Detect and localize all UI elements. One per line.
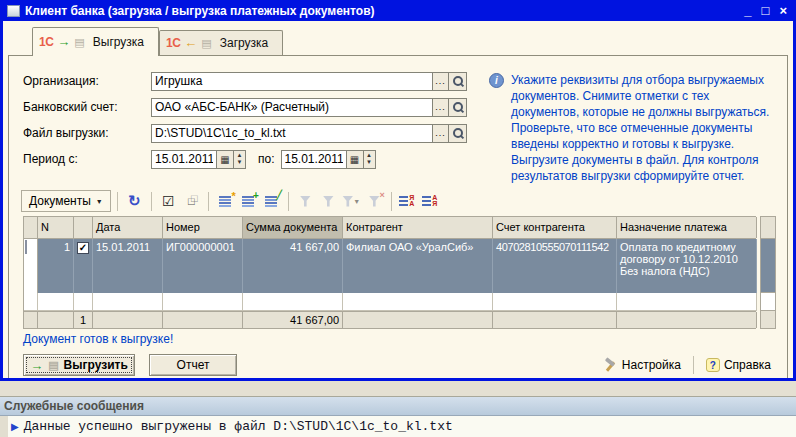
col-header-number[interactable]: Номер xyxy=(163,217,243,238)
tab-zagruzka[interactable]: 1С ← ▤ Загрузка xyxy=(159,30,283,55)
period-to-stepper[interactable]: ▲ ▼ xyxy=(364,150,376,169)
info-text: Укажите реквизиты для отбора выгружаемых… xyxy=(511,72,775,184)
minimize-button[interactable]: _ xyxy=(744,3,751,19)
form-area: Организация: ... Банковский счет: ... xyxy=(15,64,781,184)
form-fields: Организация: ... Банковский счет: ... xyxy=(15,64,473,184)
filter-settings-icon[interactable]: ▼ xyxy=(341,192,362,211)
export-file-open-button[interactable] xyxy=(449,124,467,143)
table-empty-row xyxy=(23,293,756,311)
spin-down-icon: ▼ xyxy=(237,159,243,166)
table-total-row: 1 41 667,00 xyxy=(23,311,756,329)
documents-menu-button[interactable]: Документы ▼ xyxy=(21,190,111,212)
col-header-amount[interactable]: Сумма документа xyxy=(243,217,343,238)
sort-ascending-icon[interactable]: АЯ xyxy=(421,192,442,211)
uncheck-all-icon[interactable]: □ xyxy=(181,192,202,211)
service-message-row[interactable]: ▶ Данные успешно выгружены в файл D:\STU… xyxy=(0,416,796,437)
arrow-left-icon: ← xyxy=(184,38,197,48)
export-button[interactable]: → ▤ Выгрузить xyxy=(23,354,135,376)
filter-value-icon[interactable] xyxy=(318,192,339,211)
maximize-button[interactable]: □ xyxy=(762,3,770,19)
export-file-ellipsis-button[interactable]: ... xyxy=(433,124,449,143)
period-to-input[interactable] xyxy=(281,150,347,169)
cell-purpose: Оплата по кредитному договору от 10.12.2… xyxy=(617,239,757,293)
1c-logo-icon: 1С xyxy=(166,36,180,50)
bank-client-window: Клиент банка (загрузка / выгрузка платеж… xyxy=(0,0,796,381)
refresh-icon[interactable]: ↻ xyxy=(124,192,145,211)
close-button[interactable]: × xyxy=(779,3,787,19)
export-tab-panel: Организация: ... Банковский счет: ... xyxy=(8,55,788,378)
period-label: Период с: xyxy=(23,152,151,166)
tab-bar: 1С → ▤ Выгрузка 1С ← ▤ Загрузка xyxy=(8,25,788,55)
arrow-right-icon: → xyxy=(30,358,43,373)
list-edit-icon[interactable]: ╱ xyxy=(261,192,282,211)
documents-toolbar: Документы ▼ ↻ ☑ □ * + ╱ ▼ × xyxy=(15,184,781,216)
help-button-label: Справка xyxy=(724,358,771,372)
check-all-icon[interactable]: ☑ xyxy=(158,192,179,211)
cell-number: ИГ000000001 xyxy=(163,239,243,293)
1c-logo-icon: 1С xyxy=(39,35,53,49)
message-bullet-icon: ▶ xyxy=(11,421,19,432)
service-messages-title: Служебные сообщения xyxy=(0,397,796,416)
table-row[interactable]: 1 ✓ 15.01.2011 ИГ000000001 41 667,00 Фил… xyxy=(23,239,756,293)
filter-clear-icon[interactable]: × xyxy=(364,192,385,211)
export-file-label: Файл выгрузки: xyxy=(23,126,151,140)
report-button-label: Отчет xyxy=(177,358,210,372)
period-to-label: по: xyxy=(258,152,275,166)
calendar-icon[interactable]: ▦ xyxy=(217,150,234,169)
cell-n: 1 xyxy=(38,239,74,293)
col-header-purpose[interactable]: Назначение платежа xyxy=(617,217,757,238)
footer-actions: → ▤ Выгрузить Отчет Настройка ? xyxy=(23,354,775,376)
bank-account-ellipsis-button[interactable]: ... xyxy=(433,98,449,117)
list-star-icon[interactable]: * xyxy=(215,192,236,211)
settings-button[interactable]: Настройка xyxy=(598,356,685,375)
col-header-icon[interactable] xyxy=(24,217,38,238)
bank-account-row: Банковский счет: ... xyxy=(23,94,473,120)
col-header-date[interactable]: Дата xyxy=(93,217,163,238)
app-screen: Клиент банка (загрузка / выгрузка платеж… xyxy=(0,0,796,437)
bank-account-input[interactable] xyxy=(151,98,433,117)
info-line: Выгрузите документы в файл. Для контроля… xyxy=(511,152,775,184)
document-icon xyxy=(25,240,27,254)
table-overflow-column xyxy=(760,216,776,329)
help-button[interactable]: ? Справка xyxy=(702,356,775,374)
col-header-counterparty[interactable]: Контрагент xyxy=(343,217,493,238)
bank-account-open-button[interactable] xyxy=(449,98,467,117)
export-file-input[interactable] xyxy=(151,124,433,143)
bank-account-label: Банковский счет: xyxy=(23,100,151,114)
row-checkbox[interactable]: ✓ xyxy=(77,242,89,254)
tab-zagruzka-label: Загрузка xyxy=(220,36,269,50)
document-icon: ▤ xyxy=(48,359,58,372)
list-plus-icon[interactable]: + xyxy=(238,192,259,211)
organization-input[interactable] xyxy=(151,72,433,91)
total-count: 1 xyxy=(74,312,93,328)
calendar-icon[interactable]: ▦ xyxy=(347,150,364,169)
window-icon xyxy=(7,5,20,17)
tab-vygruzka[interactable]: 1С → ▤ Выгрузка xyxy=(32,27,159,56)
period-from-stepper[interactable]: ▲ ▼ xyxy=(234,150,246,169)
col-header-n[interactable]: N xyxy=(38,217,74,238)
question-icon: ? xyxy=(706,358,720,372)
window-controls: _ □ × xyxy=(744,3,787,19)
magnifier-icon xyxy=(452,101,464,113)
magnifier-icon xyxy=(452,75,464,87)
sort-descending-icon[interactable]: ЯА xyxy=(398,192,419,211)
period-from-input[interactable] xyxy=(151,150,217,169)
document-icon: ▤ xyxy=(201,38,211,48)
organization-open-button[interactable] xyxy=(449,72,467,91)
total-amount: 41 667,00 xyxy=(243,312,343,328)
col-header-check[interactable] xyxy=(74,217,93,238)
service-messages-panel: Служебные сообщения ▶ Данные успешно выг… xyxy=(0,397,796,437)
message-gutter xyxy=(0,416,8,437)
message-text: Данные успешно выгружены в файл D:\STUD\… xyxy=(24,419,453,434)
spin-up-icon: ▲ xyxy=(366,152,372,159)
col-header-account[interactable]: Счет контрагента xyxy=(493,217,617,238)
organization-label: Организация: xyxy=(23,74,151,88)
arrow-right-icon: → xyxy=(57,37,70,47)
organization-row: Организация: ... xyxy=(23,68,473,94)
report-button[interactable]: Отчет xyxy=(149,354,237,376)
spin-up-icon: ▲ xyxy=(237,152,243,159)
filter-column-icon[interactable] xyxy=(295,192,316,211)
table-header-row: N Дата Номер Сумма документа Контрагент … xyxy=(23,216,756,239)
toolbar-separator xyxy=(391,192,392,211)
organization-ellipsis-button[interactable]: ... xyxy=(433,72,449,91)
